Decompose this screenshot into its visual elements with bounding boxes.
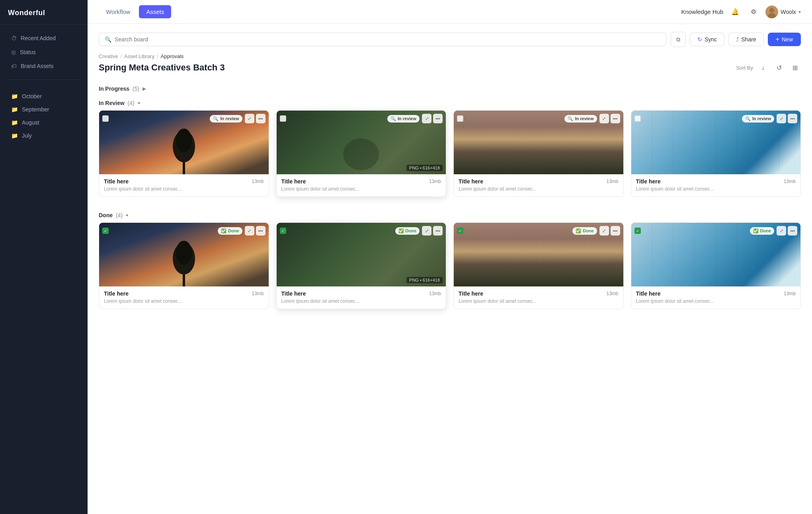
card-done-title-2: Title here <box>281 290 306 297</box>
chevron-down-icon: ▾ <box>798 9 801 15</box>
done-more-4[interactable]: ••• <box>788 226 797 236</box>
folder-icon: 📁 <box>11 132 18 139</box>
top-navigation: Workflow Assets Knowledge Hub 🔔 ⚙ Woolx <box>88 0 812 24</box>
card-title-row-1: Title here 13mb <box>104 178 264 185</box>
sidebar-item-july[interactable]: 📁 July <box>3 129 84 142</box>
new-button[interactable]: + New <box>768 33 801 46</box>
card-done-info-1: Title here 13mb Lorem ipsum dolor sit am… <box>99 286 269 309</box>
expand-button-3[interactable]: ⤢ <box>599 114 609 123</box>
done-card-grid: ✅ Done ⤢ ••• Title here 13mb <box>99 222 801 309</box>
notifications-button[interactable]: 🔔 <box>729 6 742 18</box>
section-done[interactable]: Done (4) ▾ <box>99 208 801 222</box>
clock-icon: ⏱ <box>11 35 17 41</box>
done-expand-3[interactable]: ⤢ <box>599 226 609 236</box>
sidebar-item-brand-assets[interactable]: 🏷 Brand Assets <box>3 59 84 73</box>
sidebar-folders-section: 📁 October 📁 September 📁 August 📁 July <box>0 83 88 146</box>
expand-button-2[interactable]: ⤢ <box>422 114 431 123</box>
sidebar-item-august[interactable]: 📁 August <box>3 116 84 129</box>
card-title-row-2: Title here 13mb <box>281 178 441 185</box>
section-in-review-label: In Review <box>99 100 125 106</box>
sort-direction-button[interactable]: ↓ <box>757 62 769 74</box>
card-overlay-3: 🔍 In review ⤢ ••• <box>457 114 620 123</box>
card-done-checkbox-4[interactable] <box>634 228 641 234</box>
breadcrumb-creative[interactable]: Creative <box>99 53 118 59</box>
done-badge-2: ✅ Done <box>395 227 420 235</box>
done-expand-4[interactable]: ⤢ <box>777 226 786 236</box>
section-in-progress-count: (5) <box>133 86 139 92</box>
more-button-2[interactable]: ••• <box>433 114 443 123</box>
section-in-progress[interactable]: In Progress (5) ▶ <box>99 82 801 96</box>
sort-by-label[interactable]: Sort By <box>736 65 753 71</box>
card-thumbnail-4: 🔍 In review ⤢ ••• <box>631 111 801 174</box>
badge-label: Done <box>760 228 771 233</box>
chevron-down-done-icon: ▾ <box>124 214 130 216</box>
settings-button[interactable]: ⚙ <box>747 6 760 18</box>
card-done-checkbox-3[interactable] <box>457 228 463 234</box>
card-done-4[interactable]: ✅ Done ⤢ ••• Title here 13mb <box>631 222 801 309</box>
badge-label: Done <box>583 228 594 233</box>
card-in-review-2[interactable]: 🔍 In review ⤢ ••• PNG • 616×418 <box>276 110 447 197</box>
card-in-review-3[interactable]: 🔍 In review ⤢ ••• Title here <box>453 110 624 197</box>
checkmark-icon: ✅ <box>753 228 759 234</box>
breadcrumb-sep-2: / <box>157 53 158 59</box>
more-button-3[interactable]: ••• <box>611 114 620 123</box>
card-actions-2: ⤢ ••• <box>422 114 443 123</box>
card-in-review-4[interactable]: 🔍 In review ⤢ ••• Title here <box>631 110 801 197</box>
badge-label: In review <box>398 116 416 121</box>
card-checkbox-1[interactable] <box>102 115 109 122</box>
card-thumbnail-2: 🔍 In review ⤢ ••• PNG • 616×418 <box>277 111 446 174</box>
done-more-2[interactable]: ••• <box>433 226 443 236</box>
user-menu[interactable]: Woolx ▾ <box>765 6 801 18</box>
sidebar-item-recent-added[interactable]: ⏱ Recent Added <box>3 31 84 45</box>
card-title-2: Title here <box>281 178 306 185</box>
expand-button-4[interactable]: ⤢ <box>777 114 786 123</box>
card-done-2[interactable]: ✅ Done ⤢ ••• PNG • 616×418 Title <box>276 222 447 309</box>
refresh-view-button[interactable]: ↺ <box>773 62 785 74</box>
card-checkbox-3[interactable] <box>457 115 463 122</box>
card-checkbox-4[interactable] <box>634 115 641 122</box>
more-button-1[interactable]: ••• <box>256 114 265 123</box>
done-more-1[interactable]: ••• <box>256 226 265 236</box>
share-label: Share <box>741 36 756 43</box>
knowledge-hub-link[interactable]: Knowledge Hub <box>681 8 723 15</box>
card-done-3[interactable]: ✅ Done ⤢ ••• Title here 13mb <box>453 222 624 309</box>
card-in-review-1[interactable]: 🔍 In review ⤢ ••• Title here <box>99 110 269 197</box>
card-done-desc-1: Lorem ipsum dolor sit amet consec... <box>104 298 264 304</box>
sidebar-item-september[interactable]: 📁 September <box>3 103 84 116</box>
card-done-desc-2: Lorem ipsum dolor sit amet consec... <box>281 298 441 304</box>
breadcrumb-asset-library[interactable]: Asset Library <box>124 53 154 59</box>
grid-view-button[interactable]: ⊞ <box>789 62 801 74</box>
card-title-row-3: Title here 13mb <box>459 178 619 185</box>
section-in-review[interactable]: In Review (4) ▾ <box>99 96 801 110</box>
expand-button-1[interactable]: ⤢ <box>245 114 254 123</box>
more-button-4[interactable]: ••• <box>788 114 797 123</box>
sidebar-item-october[interactable]: 📁 October <box>3 90 84 103</box>
tab-assets[interactable]: Assets <box>139 5 171 18</box>
sort-down-icon: ↓ <box>761 64 765 71</box>
done-badge-4: ✅ Done <box>750 227 775 235</box>
sidebar-divider <box>6 80 81 80</box>
filter-button[interactable]: ⧉ <box>671 32 686 47</box>
card-desc-4: Lorem ipsum dolor sit amet consec... <box>636 186 796 192</box>
card-info-1: Title here 13mb Lorem ipsum dolor sit am… <box>99 174 269 197</box>
tag-icon: 🏷 <box>11 63 17 69</box>
done-expand-2[interactable]: ⤢ <box>422 226 431 236</box>
card-done-actions-3: ⤢ ••• <box>599 226 620 236</box>
card-done-checkbox-1[interactable] <box>102 228 109 234</box>
card-done-checkbox-2[interactable] <box>280 228 286 234</box>
search-input[interactable] <box>115 36 661 43</box>
tab-workflow[interactable]: Workflow <box>99 5 137 18</box>
done-expand-1[interactable]: ⤢ <box>245 226 254 236</box>
checkmark-icon: ✅ <box>398 228 404 234</box>
done-more-3[interactable]: ••• <box>611 226 620 236</box>
share-button[interactable]: ⤴ Share <box>728 33 763 46</box>
card-done-thumb-2: ✅ Done ⤢ ••• PNG • 616×418 <box>277 223 446 286</box>
card-done-1[interactable]: ✅ Done ⤢ ••• Title here 13mb <box>99 222 269 309</box>
card-title-row-4: Title here 13mb <box>636 178 796 185</box>
card-done-overlay-1: ✅ Done ⤢ ••• <box>102 226 265 236</box>
breadcrumb: Creative / Asset Library / Approvals <box>99 53 801 59</box>
sidebar-item-status[interactable]: ◎ Status <box>3 45 84 59</box>
breadcrumb-approvals: Approvals <box>161 53 184 59</box>
card-checkbox-2[interactable] <box>280 115 286 122</box>
sync-button[interactable]: ↻ Sync <box>690 33 724 46</box>
